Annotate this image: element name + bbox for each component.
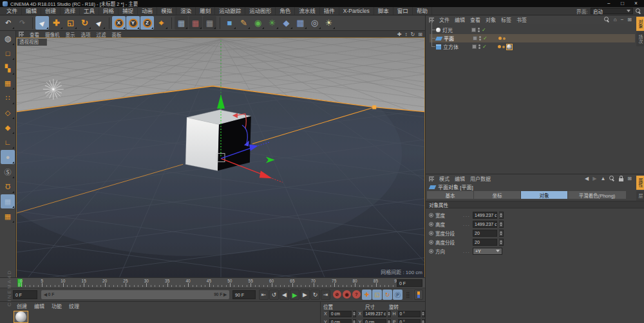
preview-range-slider[interactable]: ◀ 0 F 90 F ▶ [41, 290, 229, 299]
panel-menu-icon[interactable] [19, 32, 24, 37]
home-icon[interactable]: ⌂ [614, 17, 617, 23]
attribute-menu-item[interactable]: 模式 [439, 175, 450, 182]
toggle-views-icon[interactable]: ⊞ [418, 32, 422, 37]
object-manager-menu-item[interactable]: 标签 [501, 16, 511, 23]
viewport-menu-item[interactable]: 显示 [66, 31, 75, 38]
coordinate-system-button[interactable]: ⌖ [155, 16, 168, 30]
rotation-h-field[interactable]: 0 ° [398, 311, 421, 317]
add-subdivision-button[interactable]: ◉ [251, 16, 265, 30]
key-scale-toggle[interactable]: ◱ [372, 290, 382, 300]
add-spline-button[interactable]: ✎ [237, 16, 251, 30]
menu-item[interactable]: 工具 [80, 7, 99, 15]
menu-item[interactable]: 帮助 [413, 7, 432, 15]
panel-side-tab[interactable]: 属性 [636, 176, 644, 190]
spinner[interactable] [422, 319, 425, 323]
record-keyframe-button[interactable]: ⊘ [333, 290, 341, 299]
menu-item[interactable]: 角色 [276, 7, 295, 15]
viewport-menu-item[interactable]: 查看 [30, 31, 39, 38]
layer-toggle[interactable] [473, 36, 477, 41]
animation-dot-icon[interactable] [429, 231, 433, 235]
enabled-check-icon[interactable]: ✓ [482, 27, 486, 33]
autokey-button[interactable]: ◉ [343, 290, 351, 299]
polygons-mode-button[interactable]: ◆ [1, 120, 15, 134]
menu-item[interactable]: 脚本 [374, 7, 393, 15]
menu-item[interactable]: 网格 [99, 7, 118, 15]
menu-item[interactable]: 渲染 [176, 7, 196, 15]
lock-workplane-button[interactable]: ▦ [1, 209, 15, 223]
render-region-button[interactable]: ▦ [189, 16, 202, 30]
goto-end-button[interactable]: ⇥ [321, 290, 330, 300]
add-cube-button[interactable]: ■ [223, 16, 236, 30]
minimize-button[interactable]: − [607, 0, 611, 7]
play-reverse-button[interactable]: ↺ [269, 290, 279, 300]
axis-mode-button[interactable]: ∟ [1, 135, 15, 149]
menu-item[interactable]: 运动跟踪 [215, 7, 245, 15]
move-button[interactable]: ✚ [50, 16, 63, 30]
material-tag[interactable] [506, 44, 513, 50]
spinner[interactable] [353, 319, 356, 323]
add-floor-button[interactable]: ▦ [294, 16, 307, 30]
pan-view-icon[interactable]: ✚ [397, 32, 402, 37]
layer-toggle[interactable] [471, 28, 476, 32]
viewport-menu-item[interactable]: 面板 [112, 31, 122, 38]
tab-phong[interactable]: 平滑着色(Phong) [568, 191, 626, 199]
phong-tag-icon[interactable] [498, 45, 501, 48]
tag-icon[interactable] [503, 37, 506, 40]
animation-dot-icon[interactable] [429, 222, 433, 226]
phong-tag-icon[interactable] [498, 37, 502, 40]
key-parameter-toggle[interactable]: Ⓟ [393, 290, 402, 300]
frame-field[interactable]: 0 F [397, 279, 422, 287]
menu-item[interactable]: 编辑 [22, 7, 41, 15]
zoom-view-icon[interactable]: ↕ [405, 32, 408, 37]
menu-item[interactable]: 运动图形 [245, 7, 276, 15]
points-mode-button[interactable]: ∷ [1, 91, 15, 105]
menu-item[interactable]: 捕捉 [118, 7, 138, 15]
key-position-toggle[interactable]: ✚ [362, 290, 372, 300]
keyframe-selection-button[interactable] [414, 290, 423, 300]
loop-button[interactable]: ↻ [310, 290, 320, 300]
material-menu-item[interactable]: 创建 [17, 302, 27, 309]
menu-item[interactable]: 创建 [41, 7, 61, 15]
record-options-button[interactable]: ? [352, 290, 361, 299]
lock-z-axis-button[interactable]: Z [140, 16, 154, 30]
panel-side-tab[interactable]: 层 [636, 191, 644, 201]
tab-basic[interactable]: 基本 [427, 191, 473, 199]
spinner[interactable] [499, 239, 504, 246]
next-frame-button[interactable]: ▶ [300, 290, 310, 300]
add-camera-button[interactable]: ◎ [308, 16, 321, 30]
object-manager-menu-item[interactable]: 文件 [439, 16, 450, 23]
position-x-field[interactable]: 0 cm [329, 311, 352, 317]
new-panel-icon[interactable]: ⊞ [627, 17, 632, 23]
attribute-value-field[interactable]: 20 [473, 230, 497, 237]
texture-mode-button[interactable]: ▚ [1, 61, 15, 75]
key-rotation-toggle[interactable]: ↻ [383, 290, 392, 300]
attribute-menu-item[interactable]: 用户数据 [470, 175, 491, 182]
tab-coordinates[interactable]: 坐标 [474, 191, 520, 199]
material-menu-item[interactable]: 功能 [52, 302, 62, 309]
lock-x-axis-button[interactable]: X [112, 16, 126, 30]
plane-corner-handle[interactable] [372, 106, 376, 109]
spinner[interactable] [388, 319, 391, 323]
rotation-p-field[interactable]: 0 ° [398, 319, 421, 323]
new-panel-icon[interactable]: ⊞ [627, 176, 632, 181]
spinner[interactable] [388, 311, 391, 317]
spinner[interactable] [499, 212, 504, 219]
rotate-view-icon[interactable]: ↻ [411, 32, 415, 37]
close-button[interactable]: × [634, 0, 638, 7]
enabled-check-icon[interactable]: ✓ [482, 44, 487, 50]
enabled-check-icon[interactable]: ✓ [483, 35, 488, 41]
object-manager-menu-item[interactable]: 查看 [470, 16, 480, 23]
menu-item[interactable]: 动画 [138, 7, 157, 15]
menu-item[interactable]: 文件 [3, 7, 22, 15]
attribute-menu-item[interactable]: 编辑 [455, 175, 465, 182]
minimize-panel-icon[interactable]: − [621, 17, 624, 23]
size-x-field[interactable]: 1499.237 cm [363, 311, 386, 317]
last-tool-button[interactable]: ▶ [92, 16, 106, 30]
attribute-value-field[interactable]: 1499.237 cm [473, 212, 497, 219]
object-manager-menu-item[interactable]: 编辑 [455, 16, 465, 23]
enable-snap-button[interactable]: Ω [1, 180, 15, 194]
menu-item[interactable]: 模拟 [157, 7, 176, 15]
tab-object[interactable]: 对象 [521, 191, 567, 199]
search-icon[interactable] [604, 17, 610, 23]
search-icon[interactable] [609, 176, 615, 181]
